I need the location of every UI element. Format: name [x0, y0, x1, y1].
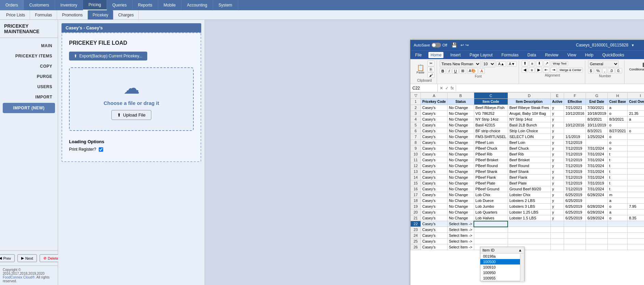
cell-G9[interactable]: 7/31/2024: [586, 146, 608, 151]
cell-B17[interactable]: No Change: [447, 192, 474, 198]
paste-button[interactable]: 📋 Paste: [414, 64, 426, 75]
align-bottom-button[interactable]: ⬇: [536, 60, 543, 66]
cell-E15[interactable]: y: [551, 180, 564, 186]
cell-G15[interactable]: 7/31/2019: [586, 180, 608, 186]
cell-H22[interactable]: [608, 221, 628, 227]
dropdown-scroll-up[interactable]: ▲: [518, 248, 522, 252]
drop-zone[interactable]: ☁ Choose a file or drag it ⬆ Upload File: [69, 67, 194, 131]
cell-D2[interactable]: Beef Ribeye Steak Fres: [508, 105, 550, 111]
item-dropdown[interactable]: Item ID ▲ 00198a 100500 100910 100950 10…: [480, 247, 524, 281]
cell-C22[interactable]: [474, 221, 508, 227]
menu-import[interactable]: IMPORT: [0, 92, 58, 102]
decrease-font-button[interactable]: A▼: [507, 61, 517, 67]
cell-C4[interactable]: NY Strip 14oz: [474, 117, 508, 122]
nav-mobile[interactable]: Mobile: [158, 0, 181, 10]
cell-I4[interactable]: a: [628, 117, 644, 122]
cell-G13[interactable]: 7/31/2024: [586, 169, 608, 175]
cell-F22[interactable]: [564, 221, 586, 227]
align-middle-button[interactable]: ≡: [529, 61, 535, 66]
cell-A11[interactable]: Casey's: [421, 157, 448, 163]
cell-C12[interactable]: PBeef Round: [474, 163, 508, 169]
cell-I15[interactable]: [628, 180, 644, 186]
align-left-button[interactable]: ◀: [522, 67, 528, 73]
cell-E22[interactable]: [551, 221, 564, 227]
cell-F17[interactable]: 6/25/2019: [564, 192, 586, 198]
cell-H25[interactable]: [608, 239, 628, 244]
align-center-button[interactable]: ≡: [529, 67, 534, 73]
cell-B4[interactable]: No Change: [447, 117, 474, 122]
cell-G24[interactable]: [586, 233, 608, 239]
cell-H14[interactable]: t: [608, 175, 628, 180]
cell-A9[interactable]: Casey's: [421, 146, 448, 151]
cell-F18[interactable]: 6/25/2019: [564, 198, 586, 204]
cell-C20[interactable]: Lob Quarters: [474, 209, 508, 215]
dropdown-item-100500[interactable]: 100500: [480, 259, 524, 264]
cell-F3[interactable]: 10/12/2016: [564, 111, 586, 117]
cell-H11[interactable]: t: [608, 157, 628, 163]
cell-D12[interactable]: Beef Round: [508, 163, 550, 169]
cell-A8[interactable]: Casey's: [421, 140, 448, 146]
merge-center-button[interactable]: Merge & Center: [558, 68, 583, 72]
formula-cancel-icon[interactable]: ✕: [439, 85, 444, 91]
next-button[interactable]: ▶ Next: [17, 254, 37, 262]
cell-D17[interactable]: Lobster Chix: [508, 192, 550, 198]
comma-button[interactable]: ,: [602, 68, 607, 73]
italic-button[interactable]: I: [447, 68, 451, 74]
cell-B9[interactable]: No Change: [447, 146, 474, 151]
cell-F4[interactable]: [564, 117, 586, 122]
cell-I22[interactable]: [628, 221, 644, 227]
cell-D25[interactable]: [508, 239, 550, 244]
cell-G14[interactable]: 7/31/2024: [586, 175, 608, 180]
cell-G18[interactable]: [586, 198, 608, 204]
cell-I2[interactable]: [628, 105, 644, 111]
cell-reference-box[interactable]: C22: [410, 84, 438, 92]
menu-quickbooks[interactable]: QuickBooks: [600, 52, 626, 58]
col-header-a[interactable]: A: [421, 93, 448, 99]
cell-A7[interactable]: Casey's: [421, 134, 448, 140]
redo-icon[interactable]: ↪: [465, 43, 469, 48]
nav-reports[interactable]: Reports: [133, 0, 158, 10]
cell-B10[interactable]: No Change: [447, 151, 474, 157]
nav-inventory[interactable]: Inventory: [55, 0, 83, 10]
cell-D15[interactable]: Beef Plate: [508, 180, 550, 186]
cell-C2[interactable]: Beef-Ribeye-Fish: [474, 105, 508, 111]
cell-A22[interactable]: Casey's: [421, 221, 448, 227]
subnav-promotions[interactable]: Promotions: [57, 10, 88, 19]
menu-main[interactable]: MAIN: [0, 41, 58, 51]
nav-queries[interactable]: Queries: [107, 0, 133, 10]
cell-C5[interactable]: Basil 42315: [474, 122, 508, 128]
cell-E4[interactable]: y: [551, 117, 564, 122]
cell-H9[interactable]: o: [608, 146, 628, 151]
dropdown-arrow-icon[interactable]: ▼: [631, 43, 634, 47]
cell-D7[interactable]: SELECT LOIN: [508, 134, 550, 140]
cell-F10[interactable]: 7/12/2019: [564, 151, 586, 157]
cell-C3[interactable]: VG 786252: [474, 111, 508, 117]
cell-G17[interactable]: 6/28/2024: [586, 192, 608, 198]
menu-copy[interactable]: COPY: [0, 61, 58, 71]
nav-system[interactable]: System: [213, 0, 238, 10]
cell-E25[interactable]: [551, 239, 564, 244]
cell-B23[interactable]: Select Item ->: [447, 227, 474, 233]
cell-B16[interactable]: No Change: [447, 186, 474, 192]
decrease-decimal-button[interactable]: 0.: [616, 68, 622, 73]
cell-H10[interactable]: t: [608, 151, 628, 157]
cell-A10[interactable]: Casey's: [421, 151, 448, 157]
cell-F6[interactable]: [564, 128, 586, 134]
conditional-formatting-button[interactable]: ▦ Conditional Formatting: [627, 60, 644, 72]
cell-H24[interactable]: [608, 233, 628, 239]
cell-D9[interactable]: Beef Chuck: [508, 146, 550, 151]
cell-F2[interactable]: 7/21/2021: [564, 105, 586, 111]
cell-E2[interactable]: y: [551, 105, 564, 111]
cell-G6[interactable]: 8/3/2021: [586, 128, 608, 134]
copy-button[interactable]: ⎘: [427, 67, 435, 72]
cell-H4[interactable]: 8/3/2021: [608, 117, 628, 122]
cell-H6[interactable]: 8/27/2021: [608, 128, 628, 134]
cell-F15[interactable]: 7/12/2019: [564, 180, 586, 186]
nav-pricing[interactable]: Pricing: [83, 0, 107, 10]
wrap-text-button[interactable]: Wrap Text: [551, 61, 568, 66]
cell-H2[interactable]: a: [608, 105, 628, 111]
cell-E7[interactable]: y: [551, 134, 564, 140]
cell-I5[interactable]: [628, 122, 644, 128]
cell-F20[interactable]: 6/25/2019: [564, 209, 586, 215]
cell-A2[interactable]: Casey's: [421, 105, 448, 111]
